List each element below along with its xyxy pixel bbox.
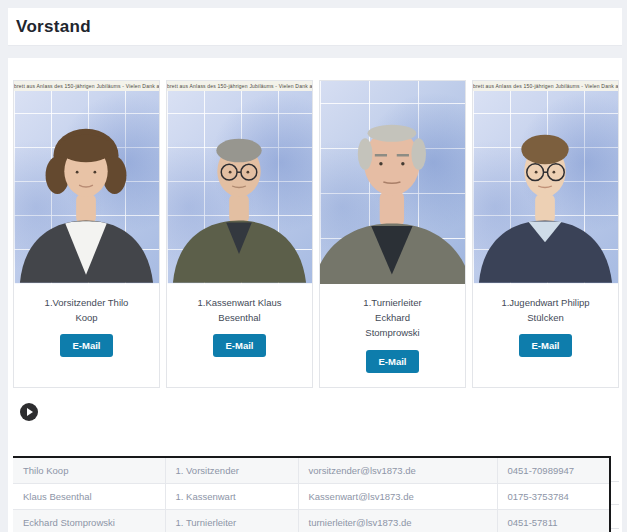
person-portrait-klaus-besenthal [167,91,312,284]
cell-role: 1. Kassenwart [165,483,298,509]
member-label: 1.Kassenwart Klaus Besenthal [189,295,291,325]
cell-name: Eckhard Stomprowski [13,509,165,532]
play-arrow-icon [27,408,33,416]
eye-shape [553,171,556,174]
hair-top-shape [368,125,417,142]
email-button[interactable]: E-Mail [60,334,114,357]
eye-shape [94,171,97,174]
member-card-kassenwart: brett aus Anlass des 150-jährigen Jubilä… [166,80,313,388]
member-card-turnierleiter: 1.Turnierleiter Eckhard Stomprowski E-Ma… [319,80,466,388]
neck-shape [380,191,404,228]
member-info: 1.Kassenwart Klaus Besenthal E-Mail [167,284,312,371]
cell-email: vorsitzender@lsv1873.de [298,457,497,484]
cell-name: Klaus Besenthal [13,483,165,509]
table-row: Eckhard Stomprowski 1. Turnierleiter tur… [13,509,610,532]
member-photo: brett aus Anlass des 150-jährigen Jubilä… [14,81,159,284]
member-label: 1.Jugendwart Philipp Stülcken [500,295,592,325]
vorstand-table: Thilo Koop 1. Vorsitzender vorsitzender@… [13,456,611,532]
page: Vorstand brett aus Anlass des 150-jährig… [0,0,627,532]
member-card-jugendwart: brett aus Anlass des 150-jährigen Jubilä… [472,80,619,388]
neck-shape [229,194,249,224]
cell-name: Thilo Koop [13,457,165,484]
hair-top-shape [59,135,112,163]
email-button[interactable]: E-Mail [366,350,420,373]
page-title: Vorstand [16,17,91,37]
member-info: 1.Vorsitzender Thilo Koop E-Mail [14,284,159,371]
eye-shape [229,171,232,174]
member-photo: brett aus Anlass des 150-jährigen Jubilä… [473,81,618,284]
cell-phone: 0175-3753784 [497,483,610,509]
content-panel: brett aus Anlass des 150-jährigen Jubilä… [8,58,622,532]
page-header: Vorstand [8,8,622,46]
carousel-next-button[interactable] [20,403,38,421]
cell-phone: 0451-57811 [497,509,610,532]
member-photo [320,81,465,284]
eye-shape [401,162,404,165]
neck-shape [76,194,96,224]
table-row: Klaus Besenthal 1. Kassenwart Kassenwart… [13,483,610,509]
member-label: 1.Vorsitzender Thilo Koop [41,295,133,325]
cell-phone: 0451-70989947 [497,457,610,484]
cell-email: Kassenwart@lsv1873.de [298,483,497,509]
table-overflow-edge [611,458,619,532]
email-button[interactable]: E-Mail [519,334,573,357]
cell-role: 1. Turnierleiter [165,509,298,532]
eye-shape [535,171,538,174]
hair-top-shape [216,139,261,163]
member-card-vorsitzender: brett aus Anlass des 150-jährigen Jubilä… [13,80,160,388]
cell-email: turnierleiter@lsv1873.de [298,509,497,532]
hair-top-shape [521,135,568,165]
hair-side-shape [358,138,373,170]
person-portrait-philipp-stuelcken [473,91,618,284]
table-row: Thilo Koop 1. Vorsitzender vorsitzender@… [13,457,610,484]
hair-side-shape [411,138,426,170]
donor-wall-banner: brett aus Anlass des 150-jährigen Jubilä… [473,81,618,91]
neck-shape [535,194,555,224]
vorstand-carousel: brett aus Anlass des 150-jährigen Jubilä… [13,80,619,388]
eye-shape [379,162,382,165]
member-label: 1.Turnierleiter Eckhard Stomprowski [354,295,432,341]
donor-wall-banner: brett aus Anlass des 150-jährigen Jubilä… [167,81,312,91]
email-button[interactable]: E-Mail [213,334,267,357]
cell-role: 1. Vorsitzender [165,457,298,484]
donor-wall-banner: brett aus Anlass des 150-jährigen Jubilä… [14,81,159,91]
member-photo: brett aus Anlass des 150-jährigen Jubilä… [167,81,312,284]
person-portrait-eckhard-stomprowski [320,91,465,284]
member-info: 1.Turnierleiter Eckhard Stomprowski E-Ma… [320,284,465,387]
eye-shape [247,171,250,174]
vorstand-table-zone: Thilo Koop 1. Vorsitzender vorsitzender@… [13,456,619,532]
member-info: 1.Jugendwart Philipp Stülcken E-Mail [473,284,618,371]
eye-shape [76,171,79,174]
person-portrait-thilo-koop [14,91,159,284]
